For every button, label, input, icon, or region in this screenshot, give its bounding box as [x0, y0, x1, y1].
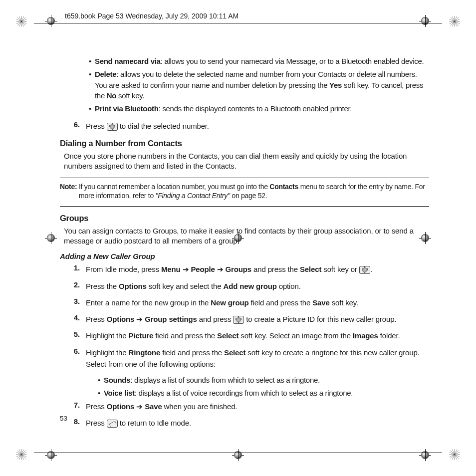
list-item: Sounds: displays a list of sounds from w… — [98, 375, 429, 386]
list-item: Voice list: displays a list of voice rec… — [98, 388, 429, 399]
step-row: 2.Press the Options soft key and select … — [70, 280, 429, 292]
list-item: Send namecard via: allows you to send yo… — [89, 56, 429, 67]
step-number: 7. — [70, 401, 86, 412]
crop-ornament-icon — [449, 449, 460, 460]
end-key-icon — [107, 420, 118, 428]
step-number: 4. — [70, 313, 86, 325]
step-text: Press the Options soft key and select th… — [86, 280, 429, 292]
step-text: Enter a name for the new group in the Ne… — [86, 297, 429, 308]
page-header: t659.book Page 53 Wednesday, July 29, 20… — [65, 12, 238, 20]
step-text: From Idle mode, press Menu ➔ People ➔ Gr… — [86, 263, 429, 275]
ringtone-option-bullets: Sounds: displays a list of sounds from w… — [98, 375, 429, 399]
note-block: Note: If you cannot remember a location … — [60, 182, 429, 200]
list-item: Print via Bluetooth: sends the displayed… — [89, 103, 429, 114]
footer-rule — [34, 453, 442, 453]
nav-key-icon — [233, 316, 244, 324]
page-number: 53 — [60, 415, 67, 422]
numbered-steps: 1.From Idle mode, press Menu ➔ People ➔ … — [70, 263, 429, 429]
step-row: 8.Press to return to Idle mode. — [70, 417, 429, 429]
page-content: Send namecard via: allows you to send yo… — [60, 56, 429, 434]
section-heading-groups: Groups — [60, 214, 429, 223]
section-heading-dial: Dialing a Number from Contacts — [60, 139, 429, 148]
step-text: Press to return to Idle mode. — [86, 417, 429, 429]
paragraph: You can assign contacts to Groups, to ma… — [64, 226, 429, 246]
step-number: 8. — [70, 417, 86, 429]
step-row: 3.Enter a name for the new group in the … — [70, 297, 429, 308]
step-row: 1.From Idle mode, press Menu ➔ People ➔ … — [70, 263, 429, 275]
nav-key-icon — [107, 123, 118, 131]
step-number: 3. — [70, 297, 86, 308]
step-number: 5. — [70, 330, 86, 341]
divider — [60, 178, 429, 178]
feature-bullets: Send namecard via: allows you to send yo… — [89, 56, 429, 114]
step-text: Highlight the Picture field and press th… — [86, 330, 429, 341]
subsection-heading-add-group: Adding a New Caller Group — [60, 252, 429, 260]
crop-mark-icon — [419, 449, 431, 461]
step-text: Highlight the Ringtone field and press t… — [86, 347, 429, 370]
crop-mark-icon — [45, 449, 57, 461]
step-row: 4.Press Options ➔ Group settings and pre… — [70, 313, 429, 325]
step-number: 6. — [70, 347, 86, 370]
step-text: Press Options ➔ Save when you are finish… — [86, 401, 429, 412]
paragraph: Once you store phone numbers in the Cont… — [64, 151, 429, 172]
divider — [60, 206, 429, 207]
crop-ornament-icon — [449, 16, 460, 27]
nav-key-icon — [359, 266, 370, 274]
step-row: 7.Press Options ➔ Save when you are fini… — [70, 401, 429, 412]
step-row: 5.Highlight the Picture field and press … — [70, 330, 429, 341]
crop-ornament-icon — [16, 449, 27, 460]
crop-mark-icon — [45, 232, 57, 244]
step-row: 6. Press to dial the selected number. — [70, 120, 429, 132]
list-item: Delete: allows you to delete the selecte… — [89, 69, 429, 101]
crop-ornament-icon — [16, 16, 27, 27]
step-text: Press to dial the selected number. — [86, 120, 429, 132]
step-row: 6.Highlight the Ringtone field and press… — [70, 347, 429, 370]
crop-mark-icon — [419, 15, 431, 27]
step-text: Press Options ➔ Group settings and press… — [86, 313, 429, 325]
crop-mark-icon — [45, 15, 57, 27]
step-number: 1. — [70, 263, 86, 275]
header-rule — [34, 23, 442, 23]
step-number: 6. — [70, 120, 86, 132]
step-number: 2. — [70, 280, 86, 292]
crop-mark-icon — [232, 449, 244, 461]
